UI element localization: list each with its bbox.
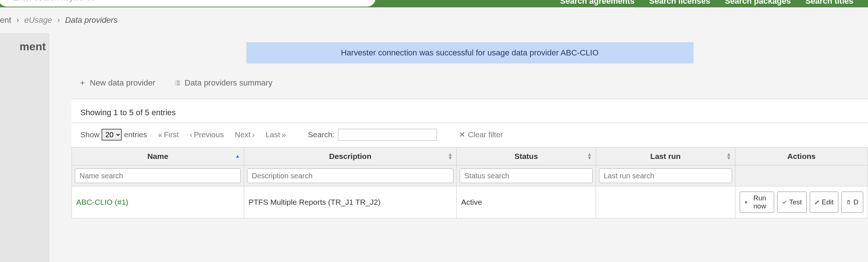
breadcrumb-item-2[interactable]: eUsage	[24, 15, 52, 25]
clear-filter-label: Clear filter	[468, 130, 503, 139]
provider-description-cell: PTFS Multiple Reports (TR_J1 TR_J2)	[244, 186, 457, 218]
sort-icon: ▲▼	[726, 153, 731, 160]
provider-actions-cell: Run now Test Edit	[735, 186, 868, 218]
col-name-label: Name	[147, 152, 168, 160]
plus-icon	[79, 79, 86, 87]
data-providers-summary-button[interactable]: Data providers summary	[174, 78, 273, 88]
delete-button[interactable]: D	[841, 192, 863, 213]
x-icon: ✕	[459, 130, 466, 139]
data-providers-table-card: Showing 1 to 5 of 5 entries Show 20 entr…	[71, 99, 868, 218]
run-now-button[interactable]: Run now	[740, 192, 774, 213]
pager-next-label: Next	[235, 130, 250, 139]
chevron-right-icon: ›	[252, 130, 255, 139]
pager-prev-label: Previous	[194, 130, 224, 139]
nav-search-agreements[interactable]: Search agreements	[560, 0, 635, 8]
chevron-right-icon: ›	[57, 15, 60, 25]
left-sidebar: ment	[0, 33, 49, 262]
delete-label: D	[853, 198, 858, 206]
table-search-input[interactable]	[338, 129, 437, 141]
filter-description-input[interactable]	[247, 168, 453, 183]
col-lastrun-label: Last run	[650, 152, 681, 160]
column-header-description[interactable]: Description ▲▼	[244, 148, 457, 165]
column-header-status[interactable]: Status ▲▼	[457, 148, 596, 165]
sort-icon: ▲▼	[587, 153, 592, 160]
nav-search-packages[interactable]: Search packages	[725, 0, 791, 8]
breadcrumb-item-1[interactable]: ent	[0, 15, 11, 25]
table-controls: Show 20 entries « First ‹ Previous	[71, 123, 868, 147]
chevron-right-icon: ›	[16, 15, 19, 25]
edit-button[interactable]: Edit	[810, 192, 839, 213]
nav-search-titles[interactable]: Search titles	[805, 0, 853, 8]
double-chevron-right-icon: »	[282, 130, 286, 139]
pager-last[interactable]: Last »	[266, 130, 286, 139]
page-length-control: Show 20 entries	[80, 129, 147, 141]
length-suffix: entries	[124, 130, 147, 139]
table-row: ABC-CLIO (#1) PTFS Multiple Reports (TR_…	[72, 186, 868, 218]
global-search-input[interactable]: Enter search keywords	[0, 0, 376, 7]
table-info-text: Showing 1 to 5 of 5 entries	[71, 108, 868, 123]
column-header-name[interactable]: Name ▲	[72, 148, 244, 165]
test-button[interactable]: Test	[777, 192, 807, 213]
sort-icon: ▲▼	[448, 153, 453, 160]
play-icon	[744, 200, 748, 205]
pager-last-label: Last	[266, 130, 280, 139]
filter-last-run-input[interactable]	[599, 168, 732, 183]
pager-first-label: First	[164, 130, 179, 139]
pager-first[interactable]: « First	[158, 130, 179, 139]
pencil-icon	[814, 200, 820, 205]
provider-name-link[interactable]: ABC-CLIO (#1)	[76, 198, 128, 206]
filter-status-input[interactable]	[460, 168, 593, 183]
search-label: Search:	[308, 130, 334, 139]
new-data-provider-label: New data provider	[90, 78, 155, 88]
filter-row	[72, 165, 868, 186]
col-actions-label: Actions	[787, 152, 816, 160]
check-icon	[782, 200, 787, 205]
page-toolbar: New data provider Data providers summary	[71, 74, 868, 99]
summary-label: Data providers summary	[185, 78, 273, 88]
breadcrumb: ent › eUsage › Data providers	[0, 7, 868, 33]
provider-last-run-cell	[596, 186, 735, 218]
chevron-left-icon: ‹	[190, 130, 192, 139]
pager-next[interactable]: Next ›	[235, 130, 254, 139]
breadcrumb-item-current: Data providers	[65, 15, 118, 25]
trash-icon	[846, 200, 851, 205]
col-desc-label: Description	[329, 152, 372, 160]
new-data-provider-button[interactable]: New data provider	[79, 78, 155, 88]
page-length-select[interactable]: 20	[102, 129, 122, 141]
success-alert: Harvester connection was successful for …	[246, 42, 694, 63]
column-header-last-run[interactable]: Last run ▲▼	[596, 148, 735, 165]
sort-asc-icon: ▲	[235, 154, 240, 158]
pager-previous[interactable]: ‹ Previous	[190, 130, 224, 139]
sidebar-heading: ment	[4, 40, 46, 53]
table-search: Search:	[308, 129, 437, 141]
length-prefix: Show	[80, 130, 100, 139]
filter-name-input[interactable]	[75, 168, 241, 183]
test-label: Test	[789, 198, 802, 206]
clear-filter-button[interactable]: ✕ Clear filter	[459, 130, 503, 139]
double-chevron-left-icon: «	[158, 130, 162, 139]
pager: « First ‹ Previous Next › Last »	[158, 130, 286, 139]
col-status-label: Status	[514, 152, 538, 160]
data-providers-table: Name ▲ Description ▲▼ Status ▲▼ Last r	[71, 147, 868, 218]
alert-message: Harvester connection was successful for …	[341, 48, 599, 57]
provider-status-cell: Active	[457, 186, 596, 218]
run-now-label: Run now	[750, 194, 769, 210]
list-icon	[174, 79, 181, 87]
top-nav-links: Search agreements Search licenses Search…	[560, 0, 853, 8]
edit-label: Edit	[822, 198, 834, 206]
nav-search-licenses[interactable]: Search licenses	[649, 0, 710, 8]
column-header-actions: Actions	[735, 148, 868, 165]
search-placeholder-text: Enter search keywords	[13, 0, 95, 3]
top-nav-bar: Enter search keywords Search agreements …	[0, 0, 868, 7]
main-content: Harvester connection was successful for …	[49, 33, 868, 262]
